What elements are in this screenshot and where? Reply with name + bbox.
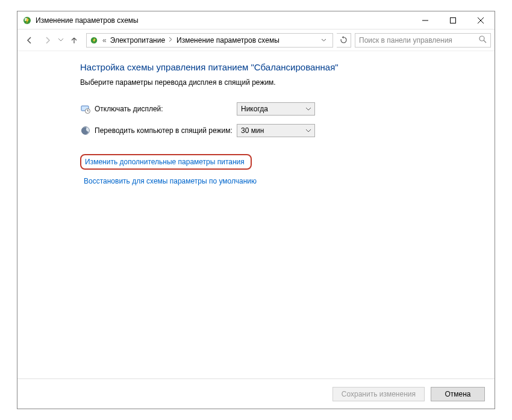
titlebar: Изменение параметров схемы — [17, 11, 495, 29]
search-box[interactable]: Поиск в панели управления — [355, 33, 491, 48]
search-placeholder: Поиск в панели управления — [359, 36, 479, 45]
save-button: Сохранить изменения — [332, 387, 425, 401]
page-heading: Настройка схемы управления питанием "Сба… — [80, 62, 489, 72]
address-bar[interactable]: « Электропитание Изменение параметров сх… — [86, 33, 333, 48]
overflow-chevron-icon[interactable]: « — [102, 36, 107, 45]
display-off-dropdown[interactable]: Никогда — [237, 102, 315, 116]
svg-point-7 — [479, 36, 484, 41]
chevron-right-icon[interactable] — [169, 37, 173, 43]
refresh-button[interactable] — [337, 33, 351, 48]
close-button[interactable] — [467, 11, 495, 29]
recent-dropdown-icon[interactable] — [57, 37, 64, 43]
sleep-label: Переводить компьютер в спящий режим: — [95, 126, 233, 135]
svg-line-8 — [484, 40, 486, 43]
display-off-value: Никогда — [241, 105, 306, 113]
cancel-button[interactable]: Отмена — [431, 387, 485, 401]
advanced-settings-link[interactable]: Изменить дополнительные параметры питани… — [85, 158, 245, 166]
navbar: « Электропитание Изменение параметров сх… — [17, 29, 495, 51]
page-subtext: Выберите параметры перевода дисплея в сп… — [80, 78, 489, 87]
display-off-label: Отключать дисплей: — [95, 105, 163, 113]
sleep-icon — [80, 125, 91, 136]
display-timeout-icon — [80, 103, 91, 114]
links-block: Изменить дополнительные параметры питани… — [80, 154, 489, 185]
svg-rect-3 — [451, 17, 456, 23]
breadcrumb-item[interactable]: Электропитание — [110, 36, 165, 45]
chevron-down-icon — [306, 128, 311, 134]
window-frame: Изменение параметров схемы — [17, 11, 495, 409]
restore-defaults-link[interactable]: Восстановить для схемы параметры по умол… — [84, 177, 257, 185]
maximize-button[interactable] — [439, 11, 467, 29]
search-icon — [479, 36, 487, 45]
highlight-frame: Изменить дополнительные параметры питани… — [80, 154, 252, 170]
up-button[interactable] — [66, 32, 83, 49]
address-dropdown-icon[interactable] — [317, 34, 330, 47]
sleep-dropdown[interactable]: 30 мин — [237, 124, 315, 137]
footer: Сохранить изменения Отмена — [17, 378, 495, 409]
setting-row-display: Отключать дисплей: Никогда — [80, 102, 489, 116]
breadcrumb-item[interactable]: Изменение параметров схемы — [176, 36, 279, 45]
sleep-value: 30 мин — [241, 126, 306, 135]
setting-row-sleep: Переводить компьютер в спящий режим: 30 … — [80, 124, 489, 137]
power-options-icon — [89, 36, 99, 45]
back-button[interactable] — [21, 32, 38, 49]
minimize-button[interactable] — [411, 11, 439, 29]
forward-button[interactable] — [39, 32, 56, 49]
content-area: Настройка схемы управления питанием "Сба… — [17, 51, 495, 378]
chevron-down-icon — [306, 106, 311, 113]
window-title: Изменение параметров схемы — [36, 16, 139, 25]
power-options-icon — [22, 16, 32, 25]
